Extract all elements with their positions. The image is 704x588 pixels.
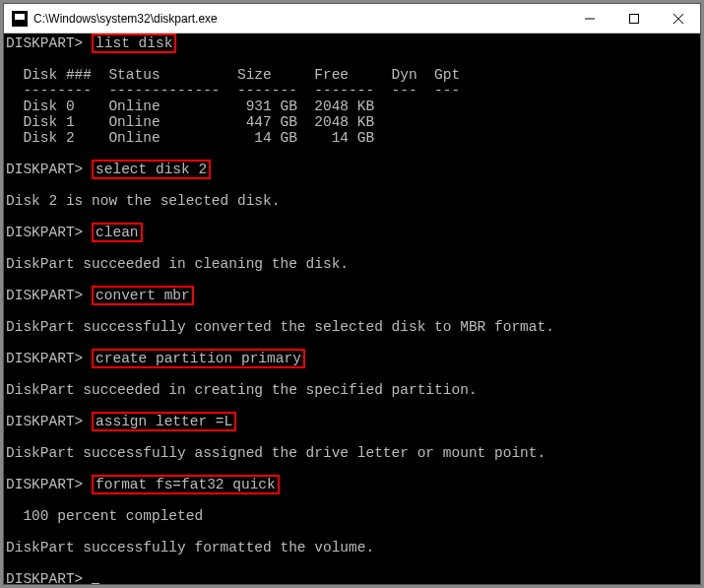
window-title: C:\Windows\system32\diskpart.exe bbox=[28, 12, 567, 26]
table-header: Disk ### Status Size Free Dyn Gpt bbox=[6, 67, 460, 83]
msg-format: DiskPart successfully formatted the volu… bbox=[6, 540, 374, 555]
prompt: DISKPART> bbox=[6, 288, 83, 303]
cmd-clean: clean bbox=[92, 223, 143, 242]
msg-clean: DiskPart succeeded in cleaning the disk. bbox=[6, 256, 349, 272]
prompt: DISKPART> bbox=[6, 225, 83, 240]
table-row: Disk 0 Online 931 GB 2048 KB bbox=[6, 98, 374, 114]
msg-create: DiskPart succeeded in creating the speci… bbox=[6, 382, 478, 398]
table-divider: -------- ------------- ------- ------- -… bbox=[6, 83, 460, 98]
prompt: DISKPART> bbox=[6, 162, 83, 177]
diskpart-window: C:\Windows\system32\diskpart.exe DISKPAR… bbox=[3, 3, 701, 585]
prompt: DISKPART> bbox=[6, 477, 83, 492]
msg-assign: DiskPart successfully assigned the drive… bbox=[6, 445, 545, 461]
msg-percent: 100 percent completed bbox=[6, 508, 203, 524]
window-controls bbox=[567, 4, 700, 33]
close-button[interactable] bbox=[656, 4, 700, 33]
prompt: DISKPART> bbox=[6, 414, 83, 429]
prompt: DISKPART> bbox=[6, 571, 83, 584]
cmd-format: format fs=fat32 quick bbox=[92, 475, 280, 494]
cmd-convert-mbr: convert mbr bbox=[92, 286, 194, 305]
msg-convert: DiskPart successfully converted the sele… bbox=[6, 319, 554, 335]
table-row: Disk 2 Online 14 GB 14 GB bbox=[6, 130, 374, 146]
prompt: DISKPART> bbox=[6, 351, 83, 366]
msg-selected: Disk 2 is now the selected disk. bbox=[6, 193, 280, 209]
cmd-icon bbox=[12, 11, 28, 27]
svg-rect-1 bbox=[629, 14, 638, 23]
cmd-list-disk: list disk bbox=[92, 33, 176, 53]
terminal-output[interactable]: DISKPART> list disk Disk ### Status Size… bbox=[4, 33, 700, 584]
titlebar[interactable]: C:\Windows\system32\diskpart.exe bbox=[4, 4, 700, 33]
cursor bbox=[92, 583, 99, 584]
cmd-select-disk: select disk 2 bbox=[92, 160, 211, 179]
table-row: Disk 1 Online 447 GB 2048 KB bbox=[6, 114, 374, 130]
prompt: DISKPART> bbox=[6, 35, 83, 51]
cmd-create-partition: create partition primary bbox=[92, 349, 305, 368]
minimize-button[interactable] bbox=[567, 4, 611, 33]
cmd-assign-letter: assign letter =L bbox=[92, 412, 236, 431]
maximize-button[interactable] bbox=[611, 4, 656, 33]
